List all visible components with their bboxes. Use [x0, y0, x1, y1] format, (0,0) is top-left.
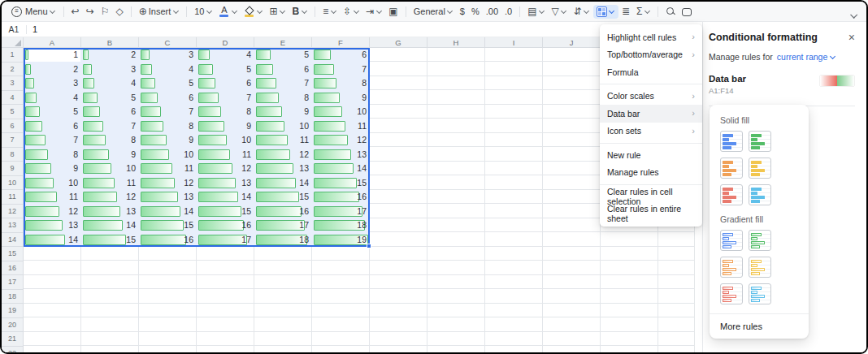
cell-value[interactable]: 14 [24, 233, 78, 248]
conditional-formatting-button[interactable] [593, 5, 618, 19]
menu-new-rule[interactable]: New rule [600, 146, 702, 164]
cell-value[interactable]: 4 [197, 48, 251, 63]
cell-value[interactable]: 16 [254, 205, 309, 219]
cell-value[interactable]: 12 [81, 190, 136, 205]
databar-style-yellow-solid[interactable] [749, 158, 771, 179]
cell-value[interactable]: 7 [81, 119, 136, 134]
menu-formula[interactable]: Formula [600, 63, 702, 81]
cell-value[interactable]: 4 [81, 76, 136, 91]
cell-value[interactable]: 8 [139, 119, 193, 134]
cell-value[interactable]: 14 [254, 176, 309, 191]
cell-value[interactable]: 7 [139, 105, 193, 119]
cell-value[interactable]: 11 [81, 176, 136, 191]
undo-button[interactable]: ↩ [68, 5, 83, 18]
databar-style-blue-solid[interactable] [720, 131, 743, 152]
filter-button[interactable]: ▽ [549, 5, 571, 18]
cell-value[interactable]: 14 [312, 162, 367, 176]
borders-button[interactable]: ⊞ [266, 5, 289, 18]
row-header-17[interactable]: 17 [2, 275, 24, 290]
cell-value[interactable]: 11 [197, 148, 251, 162]
insert-button[interactable]: ⊕Insert [136, 5, 183, 18]
cell-value[interactable]: 11 [139, 162, 193, 176]
percent-button[interactable]: % [468, 5, 483, 18]
cell-value[interactable]: 15 [139, 218, 193, 233]
cell-value[interactable]: 10 [81, 162, 136, 176]
rule-item-data-bar[interactable]: Data bar A1:F14 [709, 74, 855, 95]
row-header-7[interactable]: 7 [2, 133, 24, 148]
cell-value[interactable]: 14 [139, 205, 193, 219]
row-header-4[interactable]: 4 [2, 91, 24, 106]
cell-value[interactable]: 10 [254, 119, 309, 134]
cell-value[interactable]: 3 [24, 76, 78, 91]
cell-value[interactable]: 9 [254, 105, 309, 119]
row-header-6[interactable]: 6 [2, 119, 24, 134]
column-header-B[interactable]: B [81, 37, 139, 48]
find-replace-button[interactable] [662, 5, 679, 18]
sum-button[interactable]: Σ [633, 5, 653, 18]
decrease-decimal-button[interactable]: .0 [501, 5, 515, 18]
cell-value[interactable]: 12 [197, 162, 251, 176]
cell-value[interactable]: 11 [254, 133, 309, 148]
cell-value[interactable]: 3 [81, 63, 136, 77]
clear-format-button[interactable]: ◇ [112, 5, 126, 18]
cell-value[interactable]: 10 [24, 176, 78, 191]
row-header-18[interactable]: 18 [2, 290, 24, 304]
cell-value[interactable]: 2 [81, 48, 136, 63]
column-header-H[interactable]: H [427, 37, 485, 48]
cell-value[interactable]: 4 [139, 63, 193, 77]
fill-color-button[interactable] [241, 5, 266, 19]
fill-handle[interactable] [367, 244, 371, 248]
row-header-9[interactable]: 9 [2, 162, 24, 176]
format-painter-button[interactable]: ⚐ [98, 5, 113, 18]
cell-value[interactable]: 15 [197, 205, 251, 219]
databar-style-green-solid[interactable] [749, 131, 771, 152]
cell-value[interactable]: 9 [81, 148, 136, 162]
row-header-19[interactable]: 19 [2, 304, 24, 318]
vertical-align-button[interactable]: ⇳ [340, 5, 362, 18]
cell-value[interactable]: 9 [312, 91, 367, 106]
column-header-C[interactable]: C [139, 37, 197, 48]
name-box[interactable]: A1 [2, 24, 26, 34]
column-header-J[interactable]: J [543, 37, 601, 48]
formula-input[interactable]: 1 [27, 24, 37, 34]
row-header-5[interactable]: 5 [2, 105, 24, 119]
text-color-button[interactable]: A [215, 4, 241, 19]
cell-value[interactable]: 5 [24, 105, 78, 119]
font-size-select[interactable]: 10 [191, 5, 215, 18]
cell-value[interactable]: 7 [197, 91, 251, 106]
cell-value[interactable]: 6 [254, 63, 309, 77]
cell-value[interactable]: 13 [139, 190, 193, 205]
text-wrap-button[interactable]: ⇥ [362, 5, 385, 18]
number-format-select[interactable]: General [410, 5, 457, 18]
row-header-16[interactable]: 16 [2, 261, 24, 276]
cell-value[interactable]: 12 [139, 176, 193, 191]
cell-value[interactable]: 6 [197, 76, 251, 91]
cell-value[interactable]: 15 [254, 190, 309, 205]
horizontal-align-button[interactable]: ≡ [319, 5, 340, 18]
row-header-13[interactable]: 13 [2, 218, 24, 233]
cell-value[interactable]: 8 [254, 91, 309, 106]
menu-color-scales[interactable]: Color scales› [600, 88, 702, 106]
cell-value[interactable]: 7 [254, 76, 309, 91]
cell-value[interactable]: 12 [24, 205, 78, 219]
more-rules-button[interactable]: More rules [710, 314, 809, 339]
cell-value[interactable]: 15 [81, 233, 136, 248]
cell-value[interactable]: 8 [197, 105, 251, 119]
column-header-F[interactable]: F [312, 37, 370, 48]
databar-style-green-gradient[interactable] [749, 230, 771, 251]
redo-button[interactable]: ↪ [83, 5, 98, 18]
cell-value[interactable]: 16 [139, 233, 193, 248]
databar-style-orange-gradient[interactable] [720, 257, 743, 278]
cell-value[interactable]: 10 [197, 133, 251, 148]
menu-highlight-cell-rules[interactable]: Highlight cell rules› [600, 28, 702, 46]
increase-decimal-button[interactable]: .00 [483, 5, 501, 18]
cell-value[interactable]: 10 [139, 148, 193, 162]
cell-value[interactable]: 16 [312, 190, 367, 205]
row-header-22[interactable]: 22 [2, 347, 24, 353]
databar-style-red-solid[interactable] [720, 184, 743, 205]
databar-style-sky-solid[interactable] [749, 184, 771, 205]
cell-value[interactable]: 1 [24, 48, 78, 63]
row-header-1[interactable]: 1 [2, 48, 24, 63]
menu-clear-rules-selection[interactable]: Clear rules in cell selection [600, 188, 702, 205]
cell-value[interactable]: 9 [139, 133, 193, 148]
